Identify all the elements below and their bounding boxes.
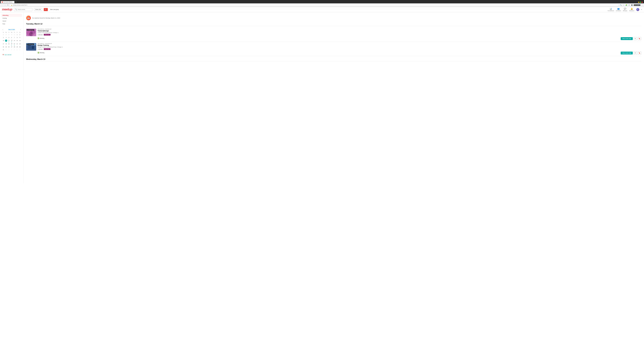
svg-rect-7 [56,89,62,98]
cal-header-mo: Mo [10,63,15,66]
cal-day[interactable]: 4 [10,72,15,78]
event-thumbnail-design[interactable]: 📹 Online Event [52,86,72,101]
cal-day-today[interactable]: 11 [10,78,15,84]
event-info-design: TUE, MAR 12 · 10:00 PM CST Design Traini… [75,86,644,109]
cal-day[interactable]: 26 [10,66,15,72]
attendee-count-trainers: 1 attendee [75,68,85,70]
check-icon-trainers: ✅ [75,75,78,78]
check-icon-design: ✅ [75,104,78,107]
page-body: Attending Hosting Saved Past ‹ March 202… [0,24,644,362]
cal-day[interactable]: 2 [15,97,21,102]
event-meta-design: 1 attendee Event host [75,96,644,100]
cal-day[interactable]: 10 [4,78,10,84]
thumbnail-svg-design [52,86,72,101]
cal-day[interactable]: 31 [4,97,10,102]
event-host-badge-design: Event host [88,96,101,100]
attendee-count-design: 1 attendee [75,97,85,99]
main-content: 📅 No matches found for Monday, March 11,… [47,24,644,362]
date-section-tuesday: Tuesday, March 12 [52,45,644,112]
event-host-badge-trainers: Event host [88,68,101,71]
cal-day[interactable]: 24 [4,91,10,97]
svg-point-4 [64,66,71,72]
svg-point-3 [58,64,66,72]
svg-rect-6 [52,91,72,101]
svg-rect-5 [52,86,72,101]
cal-day[interactable]: 19 [15,84,21,91]
event-meta-trainers: 1 attendee Event host [75,68,644,71]
date-heading-wednesday: Wednesday, March 13 [52,116,644,123]
calendar-prev-button[interactable]: ‹ [4,57,7,61]
video-icon-design: 📹 [55,88,57,90]
svg-point-10 [54,86,56,89]
cal-day[interactable]: 25 [10,91,15,97]
event-title-design[interactable]: Design Training [75,89,644,92]
cal-day[interactable]: 25 [4,66,10,72]
cal-day[interactable]: 17 [4,84,10,91]
attending-status-trainers: ✅ Attending [75,75,89,78]
svg-rect-8 [63,92,68,98]
cal-day[interactable]: 18 [10,84,15,91]
cal-day[interactable]: 3 [4,72,10,78]
calendar-sync-icon: 📅 [5,108,8,111]
svg-point-1 [53,60,65,71]
event-type-badge-design: 📹 Online Event [53,87,68,90]
event-group-trainers: Creative Circle Meetup Group • Chicago, … [75,64,644,66]
cal-day[interactable]: 5 [15,72,21,78]
cal-day[interactable]: 26 [15,91,21,97]
sync-calendar-label: Sync calendar [9,108,23,111]
event-group-design: Chicago Creative Circle Meetup Group • C… [75,93,644,95]
svg-point-9 [67,87,71,91]
attending-status-design: ✅ Attending [75,104,89,107]
cal-day[interactable]: 1 [10,97,15,102]
cal-header-tu: Tu [15,63,21,66]
event-date-time-design: TUE, MAR 12 · 10:00 PM CST [75,86,644,88]
cal-day[interactable]: 27 [15,66,21,72]
cal-day[interactable]: 12 [15,78,21,84]
event-card-design-training: 📹 Online Event TUE, MAR 12 · 10:00 PM CS… [52,83,644,112]
cal-header-su: Su [4,63,10,66]
date-section-wednesday: Wednesday, March 13 [52,116,644,123]
